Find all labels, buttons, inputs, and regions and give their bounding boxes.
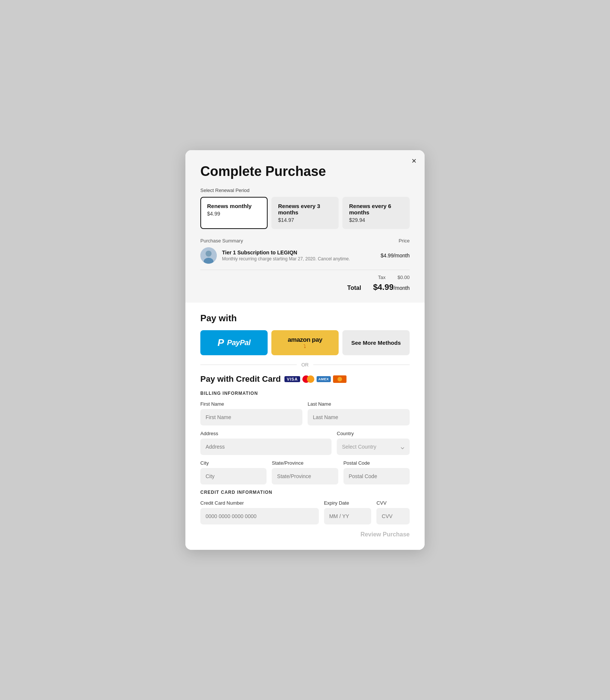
paypal-button[interactable]: P PayPal [200,330,268,355]
mastercard-icon [302,375,314,383]
cvv-input[interactable] [376,508,410,524]
subscription-name: Tier 1 Subscription to LEGIQN [222,250,375,255]
city-group: City [200,460,267,484]
renewal-option-price-3months: $14.97 [278,217,332,223]
city-state-postal-row: City State/Province Postal Code [200,460,410,484]
billing-section-title: BILLING INFORMATION [200,391,410,396]
discover-icon [333,375,346,383]
last-name-label: Last Name [308,401,410,407]
purchase-summary-row: Tier 1 Subscription to LEGIQN Monthly re… [200,247,410,270]
card-icons-group: VISA AMEX [284,375,346,383]
purchase-summary-header: Purchase Summary Price [200,238,410,244]
cc-row: Credit Card Number Expiry Date CVV [200,500,410,524]
tax-label: Tax [378,275,385,280]
renewal-period-label: Select Renewal Period [200,188,410,193]
address-input[interactable] [200,439,332,455]
close-button[interactable]: × [412,157,416,165]
city-input[interactable] [200,468,267,484]
review-btn-row: Review Purchase [200,531,410,538]
name-row: First Name Last Name [200,401,410,425]
postal-group: Postal Code [343,460,410,484]
country-group: Country Select Country ⌵ [337,431,410,455]
state-input[interactable] [272,468,338,484]
summary-info: Tier 1 Subscription to LEGIQN Monthly re… [222,250,375,261]
item-price: $4.99/month [381,253,410,258]
paypal-label: PayPal [227,338,250,347]
svg-point-1 [206,251,212,257]
modal-bottom-section: Pay with P PayPal amazon pay ⤵︎ See More… [185,303,425,550]
renewal-option-monthly[interactable]: Renews monthly $4.99 [200,197,268,229]
price-header-label: Price [398,238,410,244]
renewal-option-6months[interactable]: Renews every 6 months $29.94 [342,197,410,229]
cc-number-group: Credit Card Number [200,500,319,524]
city-label: City [200,460,267,466]
total-label: Total [347,285,361,291]
first-name-group: First Name [200,401,302,425]
credit-card-title-text: Pay with Credit Card [200,374,281,384]
avatar [200,247,217,264]
cc-number-label: Credit Card Number [200,500,319,506]
renewal-option-price-6months: $29.94 [349,217,403,223]
total-period: /month [394,285,410,291]
tax-row: Tax $0.00 [200,275,410,280]
amex-icon: AMEX [317,376,331,382]
page-title: Complete Purchase [200,164,410,179]
pay-buttons-row: P PayPal amazon pay ⤵︎ See More Methods [200,330,410,355]
address-row: Address Country Select Country ⌵ [200,431,410,455]
review-purchase-button[interactable]: Review Purchase [360,531,410,538]
paypal-p-icon: P [218,337,224,349]
expiry-input[interactable] [324,508,372,524]
amazon-arrow-icon: ⤵︎ [304,344,307,349]
cvv-group: CVV [376,500,410,524]
amazonpay-logo: amazon pay ⤵︎ [288,336,322,349]
credit-card-title: Pay with Credit Card VISA AMEX [200,374,410,384]
total-amount: $4.99/month [373,282,410,292]
cc-section-title: CREDIT CARD INFORMATION [200,490,410,495]
cvv-label: CVV [376,500,410,506]
postal-label: Postal Code [343,460,410,466]
purchase-modal: × Complete Purchase Select Renewal Perio… [185,150,425,550]
modal-top-section: Complete Purchase Select Renewal Period … [185,150,425,303]
address-label: Address [200,431,332,436]
expiry-group: Expiry Date [324,500,372,524]
country-select-wrapper: Select Country ⌵ [337,439,410,455]
pay-with-title: Pay with [200,313,410,323]
postal-input[interactable] [343,468,410,484]
amazonpay-text: amazon pay [288,336,322,344]
renewal-options-group: Renews monthly $4.99 Renews every 3 mont… [200,197,410,229]
tax-value: $0.00 [397,275,410,280]
renewal-option-price-monthly: $4.99 [207,211,261,217]
amazonpay-button[interactable]: amazon pay ⤵︎ [271,330,339,355]
or-line-right [313,365,410,365]
expiry-label: Expiry Date [324,500,372,506]
renewal-option-title-3months: Renews every 3 months [278,203,332,216]
state-label: State/Province [272,460,338,466]
total-row: Total $4.99/month [200,282,410,292]
country-select[interactable]: Select Country [337,439,410,455]
visa-icon: VISA [284,376,300,382]
last-name-group: Last Name [308,401,410,425]
address-group: Address [200,431,332,455]
first-name-label: First Name [200,401,302,407]
renewal-option-title-6months: Renews every 6 months [349,203,403,216]
renewal-option-3months[interactable]: Renews every 3 months $14.97 [271,197,339,229]
cc-number-input[interactable] [200,508,319,524]
first-name-input[interactable] [200,409,302,425]
renewal-option-title-monthly: Renews monthly [207,203,261,209]
state-group: State/Province [272,460,338,484]
or-text: OR [301,362,309,368]
see-more-methods-button[interactable]: See More Methods [342,330,410,355]
or-divider: OR [200,362,410,368]
subscription-desc: Monthly recurring charge starting Mar 27… [222,256,375,261]
or-line-left [200,365,297,365]
purchase-summary-label: Purchase Summary [200,238,243,244]
last-name-input[interactable] [308,409,410,425]
total-amount-value: $4.99 [373,282,394,292]
country-label: Country [337,431,410,436]
